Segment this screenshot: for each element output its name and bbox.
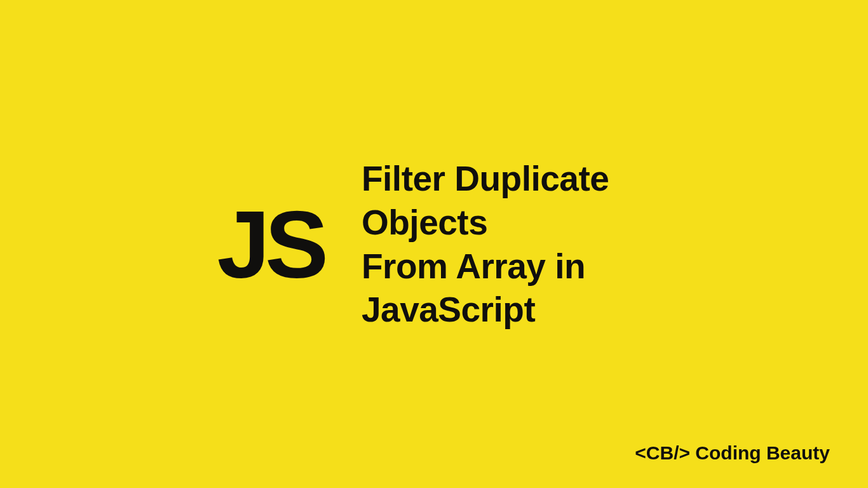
brand-footer: <CB/> Coding Beauty bbox=[635, 442, 830, 464]
article-title: Filter Duplicate Objects From Array in J… bbox=[362, 157, 651, 332]
js-logo: JS bbox=[217, 196, 323, 292]
title-line-1: Filter Duplicate Objects bbox=[362, 157, 651, 245]
main-content: JS Filter Duplicate Objects From Array i… bbox=[217, 157, 651, 332]
title-line-2: From Array in JavaScript bbox=[362, 244, 651, 332]
